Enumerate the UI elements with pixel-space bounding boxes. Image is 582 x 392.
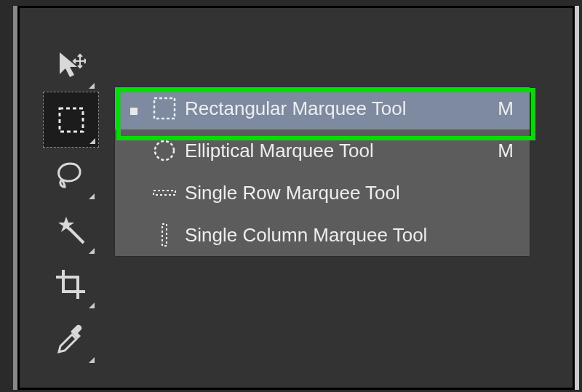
- flyout-caret-icon: [89, 248, 95, 254]
- flyout-caret-icon: [89, 357, 95, 363]
- single-row-marquee-icon: [144, 188, 185, 198]
- rectangular-marquee-icon: [57, 105, 86, 135]
- flyout-caret-icon: [89, 303, 95, 308]
- menu-item-single-row-marquee[interactable]: Single Row Marquee Tool: [115, 172, 530, 214]
- lasso-tool-icon: [55, 159, 87, 191]
- crop-tool[interactable]: [43, 257, 97, 311]
- menu-item-label: Single Row Marquee Tool: [185, 182, 485, 204]
- marquee-flyout-menu: Rectangular Marquee Tool M Elliptical Ma…: [114, 87, 530, 257]
- move-tool-icon: [55, 49, 86, 80]
- menu-item-label: Rectangular Marquee Tool: [185, 97, 485, 120]
- screenshot-frame: Rectangular Marquee Tool M Elliptical Ma…: [17, 6, 575, 390]
- crop-tool-icon: [55, 268, 87, 300]
- eyedropper-icon: [55, 323, 87, 355]
- svg-rect-3: [60, 108, 83, 132]
- flyout-caret-icon: [89, 193, 95, 199]
- menu-item-single-column-marquee[interactable]: Single Column Marquee Tool: [115, 214, 530, 256]
- menu-item-shortcut: M: [485, 97, 514, 120]
- magic-wand-tool[interactable]: [43, 202, 97, 257]
- svg-rect-6: [154, 98, 175, 119]
- lasso-tool[interactable]: [43, 148, 97, 202]
- move-tool[interactable]: [43, 37, 97, 92]
- flyout-caret-icon: [89, 138, 95, 144]
- flyout-caret-icon: [89, 83, 95, 89]
- svg-point-7: [155, 141, 174, 160]
- menu-item-label: Single Column Marquee Tool: [185, 224, 485, 247]
- marquee-tool[interactable]: [43, 92, 99, 148]
- menu-item-shortcut: M: [485, 140, 514, 162]
- svg-line-5: [69, 228, 84, 243]
- magic-wand-icon: [55, 214, 87, 246]
- active-tool-indicator: [124, 97, 144, 120]
- rectangular-marquee-icon: [144, 96, 185, 121]
- svg-rect-9: [162, 224, 167, 246]
- elliptical-marquee-icon: [144, 138, 185, 163]
- single-column-marquee-icon: [144, 223, 185, 247]
- svg-marker-0: [60, 52, 77, 77]
- menu-item-rectangular-marquee[interactable]: Rectangular Marquee Tool M: [115, 87, 530, 129]
- eyedropper-tool[interactable]: [43, 311, 97, 366]
- menu-item-elliptical-marquee[interactable]: Elliptical Marquee Tool M: [115, 129, 530, 172]
- svg-rect-8: [154, 191, 175, 195]
- menu-item-label: Elliptical Marquee Tool: [185, 140, 485, 162]
- tools-toolbar: [43, 37, 97, 366]
